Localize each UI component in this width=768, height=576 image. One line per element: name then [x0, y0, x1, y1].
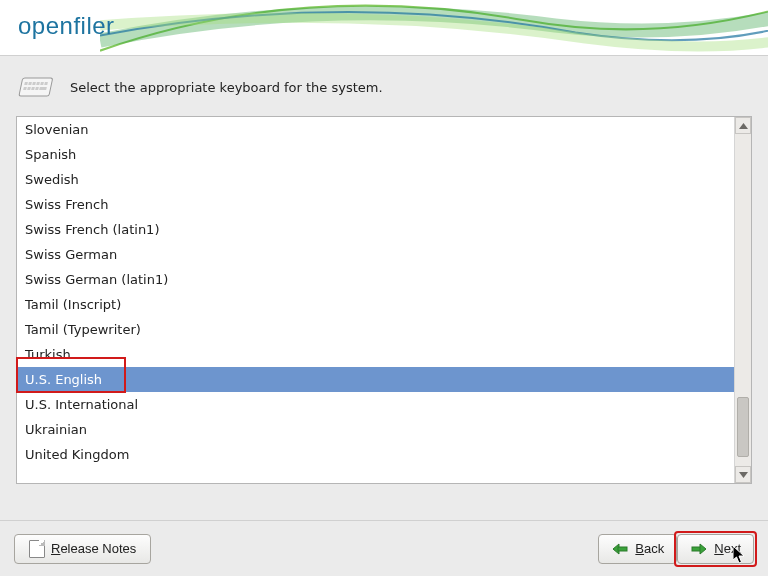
- svg-rect-4: [36, 82, 40, 85]
- release-notes-button[interactable]: Release Notes: [14, 534, 151, 564]
- list-item[interactable]: Swiss German (latin1): [17, 267, 734, 292]
- list-item[interactable]: U.S. English: [17, 367, 734, 392]
- header-decoration: [100, 0, 768, 56]
- list-item[interactable]: United Kingdom: [17, 442, 734, 467]
- svg-rect-10: [35, 87, 39, 90]
- svg-rect-11: [39, 87, 47, 90]
- svg-rect-8: [27, 87, 31, 90]
- svg-rect-5: [40, 82, 44, 85]
- keyboard-listbox[interactable]: SlovenianSpanishSwedishSwiss FrenchSwiss…: [16, 116, 752, 484]
- svg-rect-9: [31, 87, 35, 90]
- instruction-row: Select the appropriate keyboard for the …: [16, 72, 752, 102]
- next-label: Next: [714, 541, 741, 556]
- scroll-up-button[interactable]: [735, 117, 751, 134]
- list-item[interactable]: Turkish: [17, 342, 734, 367]
- list-item[interactable]: Swiss German: [17, 242, 734, 267]
- back-label: Back: [635, 541, 664, 556]
- svg-rect-3: [32, 82, 36, 85]
- svg-rect-12: [618, 547, 627, 551]
- svg-rect-7: [23, 87, 27, 90]
- svg-rect-1: [24, 82, 28, 85]
- document-icon: [29, 540, 45, 558]
- next-button[interactable]: Next: [677, 534, 754, 564]
- release-notes-label: Release Notes: [51, 541, 136, 556]
- header-banner: openfiler: [0, 0, 768, 56]
- footer-bar: Release Notes Back Next: [0, 520, 768, 576]
- arrow-left-icon: [611, 542, 629, 556]
- arrow-right-icon: [690, 542, 708, 556]
- list-item[interactable]: Ukrainian: [17, 417, 734, 442]
- list-item[interactable]: Slovenian: [17, 117, 734, 142]
- svg-rect-6: [44, 82, 48, 85]
- logo-text: openfiler: [18, 12, 115, 40]
- list-item[interactable]: Swiss French: [17, 192, 734, 217]
- scroll-down-button[interactable]: [735, 466, 751, 483]
- content-area: Select the appropriate keyboard for the …: [0, 56, 768, 520]
- instruction-text: Select the appropriate keyboard for the …: [70, 80, 383, 95]
- list-item[interactable]: Swiss French (latin1): [17, 217, 734, 242]
- back-button[interactable]: Back: [598, 534, 677, 564]
- keyboard-icon: [16, 72, 56, 102]
- svg-rect-2: [28, 82, 32, 85]
- scrollbar-vertical[interactable]: [734, 117, 751, 483]
- list-item[interactable]: Spanish: [17, 142, 734, 167]
- scroll-thumb[interactable]: [737, 397, 749, 457]
- list-item[interactable]: Swedish: [17, 167, 734, 192]
- list-item[interactable]: U.S. International: [17, 392, 734, 417]
- list-item[interactable]: Tamil (Inscript): [17, 292, 734, 317]
- list-item[interactable]: Tamil (Typewriter): [17, 317, 734, 342]
